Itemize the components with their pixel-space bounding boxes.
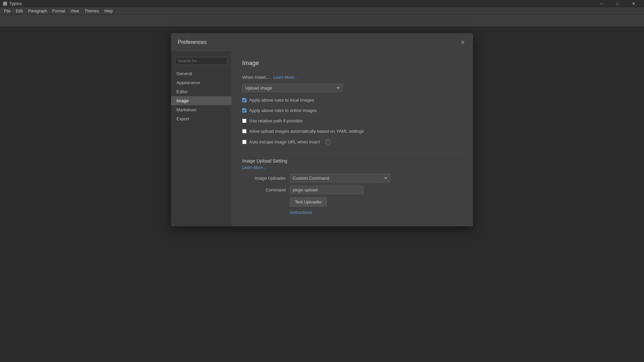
checkbox-row-apply-local: Apply above rules to local images — [242, 98, 462, 103]
menu-help[interactable]: Help — [102, 8, 115, 14]
when-insert-label: When Insert... — [242, 75, 269, 80]
checkboxes-container: Apply above rules to local images Apply … — [242, 98, 462, 144]
command-label: Command — [242, 187, 286, 192]
checkbox-label-apply-online: Apply above rules to online images — [249, 108, 317, 113]
nav-item-general[interactable]: General — [171, 69, 231, 78]
help-icon[interactable]: ? — [325, 139, 331, 144]
command-input[interactable] — [290, 186, 364, 194]
nav-item-appearance[interactable]: Appearance — [171, 78, 231, 87]
menu-paragraph[interactable]: Paragraph — [25, 8, 50, 14]
minimize-button[interactable]: ─ — [594, 0, 609, 7]
preferences-body: General Appearance Editor Image Markdown… — [171, 52, 473, 226]
section-title: Image — [242, 60, 462, 67]
app-icon: T — [3, 1, 7, 6]
menu-view[interactable]: View — [68, 8, 82, 14]
image-uploader-row: Image Uploader Custom Command PicGo-Core… — [242, 174, 462, 182]
test-uploader-row: Test Uploader — [242, 197, 462, 206]
upload-learn-more[interactable]: Learn More... — [242, 165, 266, 170]
checkbox-label-allow-upload: Allow upload images automatically based … — [249, 129, 364, 134]
upload-section-title: Image Upload Setting — [242, 158, 462, 164]
nav-item-image[interactable]: Image — [171, 96, 231, 105]
checkbox-label-relative-path: Use relative path if possible — [249, 118, 303, 123]
preferences-sidebar: General Appearance Editor Image Markdown… — [171, 52, 231, 226]
checkbox-relative-path[interactable] — [242, 119, 247, 123]
checkbox-row-apply-online: Apply above rules to online images — [242, 108, 462, 113]
maximize-button[interactable]: □ — [610, 0, 625, 7]
preferences-dialog: Preferences ✕ General Appearance Editor … — [171, 33, 473, 226]
preferences-title: Preferences — [178, 39, 207, 45]
instructions-link[interactable]: Instructions — [290, 210, 312, 215]
menu-file[interactable]: File — [1, 8, 13, 14]
checkbox-apply-local[interactable] — [242, 98, 247, 102]
preferences-header: Preferences ✕ — [171, 33, 473, 52]
preferences-close-button[interactable]: ✕ — [459, 39, 466, 46]
close-button[interactable]: ✕ — [626, 0, 641, 7]
instructions-row: Instructions — [242, 210, 462, 215]
search-input[interactable] — [175, 57, 227, 65]
menu-themes[interactable]: Themes — [82, 8, 102, 14]
nav-item-export[interactable]: Export — [171, 114, 231, 123]
upload-section: Image Upload Setting Learn More... Image… — [242, 153, 462, 215]
checkbox-row-allow-upload: Allow upload images automatically based … — [242, 129, 462, 134]
checkbox-allow-upload[interactable] — [242, 129, 247, 133]
window-controls: ─ □ ✕ — [594, 0, 641, 7]
svg-text:T: T — [4, 2, 6, 5]
checkbox-auto-escape-inner: Auto escape image URL when insert — [242, 139, 320, 144]
menu-edit[interactable]: Edit — [13, 8, 25, 14]
when-insert-row: When Insert... Learn More... — [242, 75, 462, 80]
main-window: Preferences ✕ General Appearance Editor … — [0, 15, 644, 362]
title-bar-text: Typora — [9, 1, 22, 6]
menu-format[interactable]: Format — [50, 8, 68, 14]
upload-controls: Image Uploader Custom Command PicGo-Core… — [242, 174, 462, 215]
command-row: Command — [242, 186, 462, 194]
when-insert-learn-more[interactable]: Learn More... — [273, 75, 297, 80]
preferences-content: Image When Insert... Learn More... Uploa… — [231, 52, 473, 226]
checkbox-label-auto-escape: Auto escape image URL when insert — [249, 139, 320, 144]
when-insert-dropdown[interactable]: Upload image No Action Copy image to cur… — [242, 84, 343, 92]
checkbox-label-apply-local: Apply above rules to local images — [249, 98, 314, 103]
image-uploader-label: Image Uploader — [242, 176, 286, 181]
checkbox-auto-escape[interactable] — [242, 140, 247, 144]
nav-item-markdown[interactable]: Markdown — [171, 105, 231, 114]
nav-item-editor[interactable]: Editor — [171, 87, 231, 96]
image-uploader-dropdown[interactable]: Custom Command PicGo-Core (command line)… — [290, 174, 390, 182]
checkbox-apply-online[interactable] — [242, 108, 247, 113]
preferences-overlay: Preferences ✕ General Appearance Editor … — [0, 26, 644, 362]
checkbox-row-relative-path: Use relative path if possible — [242, 118, 462, 123]
menu-bar: File Edit Paragraph Format View Themes H… — [0, 7, 644, 15]
checkbox-row-auto-escape: Auto escape image URL when insert ? — [242, 139, 462, 144]
test-uploader-button[interactable]: Test Uploader — [290, 197, 327, 206]
search-container — [171, 57, 231, 69]
title-bar: T Typora ─ □ ✕ — [0, 0, 644, 7]
